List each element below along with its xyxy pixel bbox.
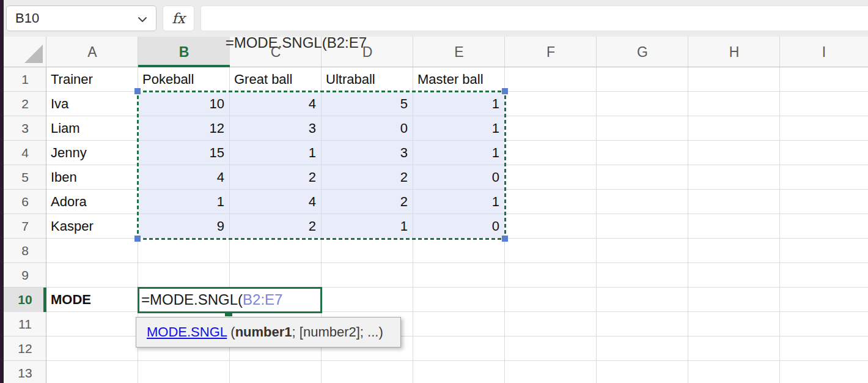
window-edge-stripe <box>0 0 4 383</box>
cell-D6[interactable]: 2 <box>322 190 413 214</box>
cell-B2[interactable]: 10 <box>138 92 230 116</box>
selected-row-indicator <box>43 288 46 312</box>
cell-C7[interactable]: 2 <box>230 214 322 239</box>
row-header-4[interactable]: 4 <box>4 141 46 165</box>
row-header-11[interactable]: 11 <box>4 312 46 337</box>
cell-B3[interactable]: 12 <box>138 116 230 141</box>
cell-E6[interactable]: 1 <box>413 190 505 214</box>
formula-bar-input[interactable]: =MODE.SNGL(B2:E7 <box>200 6 868 31</box>
cell-A4[interactable]: Jenny <box>46 141 138 165</box>
cell-E4[interactable]: 1 <box>413 141 505 165</box>
cell-C2[interactable]: 4 <box>230 92 322 116</box>
cell-C1[interactable]: Great ball <box>230 67 322 92</box>
row-header-5[interactable]: 5 <box>4 165 46 190</box>
row-header-10[interactable]: 10 <box>4 288 46 312</box>
name-box-value: B10 <box>15 10 39 26</box>
cell-C4[interactable]: 1 <box>230 141 322 165</box>
cell-A2[interactable]: Iva <box>46 92 138 116</box>
row-header-1[interactable]: 1 <box>4 67 46 92</box>
row-header-6[interactable]: 6 <box>4 190 46 214</box>
cell-A1[interactable]: Trainer <box>46 67 138 92</box>
row-header-12[interactable]: 12 <box>4 337 46 361</box>
column-header-H[interactable]: H <box>688 37 780 67</box>
row-header-8[interactable]: 8 <box>4 239 46 263</box>
cell-E5[interactable]: 0 <box>413 165 505 190</box>
cell-E7[interactable]: 0 <box>413 214 505 239</box>
cell-B5[interactable]: 4 <box>138 165 230 190</box>
formula-range-reference: B2:E7 <box>243 291 282 308</box>
cell-D3[interactable]: 0 <box>322 116 413 141</box>
selection-handle-top-right[interactable] <box>502 88 508 94</box>
row-header-7[interactable]: 7 <box>4 214 46 239</box>
row-header-9[interactable]: 9 <box>4 263 46 288</box>
selection-handle-bottom-left[interactable] <box>134 236 141 242</box>
selection-handle-top-left[interactable] <box>134 88 141 94</box>
cell-A6[interactable]: Adora <box>46 190 138 214</box>
row-header-13[interactable]: 13 <box>4 361 46 383</box>
cell-B7[interactable]: 9 <box>138 214 230 239</box>
cell-D2[interactable]: 5 <box>322 92 413 116</box>
cell-D7[interactable]: 1 <box>322 214 413 239</box>
name-box[interactable]: B10 <box>6 6 156 31</box>
column-header-A[interactable]: A <box>46 37 138 67</box>
cell-C3[interactable]: 3 <box>230 116 322 141</box>
cell-A5[interactable]: Iben <box>46 165 138 190</box>
row-header-2[interactable]: 2 <box>4 92 46 116</box>
cell-D4[interactable]: 3 <box>322 141 413 165</box>
cell-C5[interactable]: 2 <box>230 165 322 190</box>
cell-A7[interactable]: Kasper <box>46 214 138 239</box>
cell-B10-edit-input[interactable]: =MODE.SNGL(B2:E7 <box>138 287 322 313</box>
function-hint-tooltip: MODE.SNGL (number1; [number2]; ...) <box>136 317 401 348</box>
cell-B4[interactable]: 15 <box>138 141 230 165</box>
insert-function-button[interactable]: fx <box>163 6 194 31</box>
column-header-F[interactable]: F <box>505 37 597 67</box>
cell-B6[interactable]: 1 <box>138 190 230 214</box>
select-all-corner[interactable] <box>4 37 46 67</box>
edit-cell-handle[interactable] <box>225 313 232 316</box>
fx-icon: fx <box>172 10 185 26</box>
cell-D1[interactable]: Ultraball <box>322 67 413 92</box>
formula-prefix: =MODE.SNGL( <box>141 291 243 308</box>
formula-toolbar: B10 fx =MODE.SNGL(B2:E7 <box>0 0 868 37</box>
row-header-3[interactable]: 3 <box>4 116 46 141</box>
cell-E1[interactable]: Master ball <box>413 67 505 92</box>
cell-E3[interactable]: 1 <box>413 116 505 141</box>
cell-A3[interactable]: Liam <box>46 116 138 141</box>
cell-A10[interactable]: MODE <box>46 288 138 312</box>
signature-open: ( <box>227 324 235 340</box>
formula-bar-value: =MODE.SNGL(B2:E7 <box>226 34 367 51</box>
cell-D5[interactable]: 2 <box>322 165 413 190</box>
selection-handle-bottom-right[interactable] <box>502 236 508 242</box>
signature-arg1: number1 <box>235 324 292 340</box>
signature-rest: ; [number2]; ...) <box>292 324 383 340</box>
chevron-down-icon[interactable] <box>138 17 147 23</box>
column-header-I[interactable]: I <box>780 37 868 67</box>
function-name-link[interactable]: MODE.SNGL <box>147 324 227 340</box>
column-header-E[interactable]: E <box>413 37 505 67</box>
column-header-G[interactable]: G <box>597 37 688 67</box>
cell-C6[interactable]: 4 <box>230 190 322 214</box>
select-all-triangle-icon <box>24 45 43 63</box>
cell-E2[interactable]: 1 <box>413 92 505 116</box>
